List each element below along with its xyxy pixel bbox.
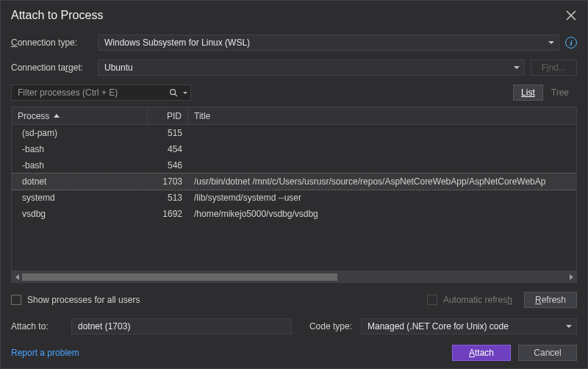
cell-pid: 546 (148, 160, 188, 171)
cell-pid: 513 (148, 193, 188, 203)
cell-process: -bash (12, 160, 148, 171)
connection-type-value: Windows Subsystem for Linux (WSL) (104, 37, 250, 48)
dialog-title: Attach to Process (11, 9, 103, 22)
chevron-down-icon (514, 66, 520, 69)
cell-pid: 515 (148, 128, 188, 138)
chevron-down-icon (548, 41, 554, 44)
cell-pid: 1703 (148, 176, 188, 187)
cell-process: systemd (12, 193, 148, 203)
table-row[interactable]: -bash454 (12, 141, 576, 157)
tree-view-button[interactable]: Tree (543, 85, 577, 101)
connection-target-value: Ubuntu (104, 62, 133, 73)
cell-process: -bash (12, 144, 148, 154)
cancel-button[interactable]: Cancel (518, 345, 577, 361)
attach-to-label: Attach to: (11, 321, 62, 332)
connection-target-dropdown[interactable]: Ubuntu (98, 60, 525, 76)
info-button[interactable]: i (565, 37, 577, 49)
horizontal-scrollbar[interactable] (12, 271, 576, 282)
table-row[interactable]: -bash546 (12, 157, 576, 173)
table-row[interactable]: dotnet1703/usr/bin/dotnet /mnt/c/Users/u… (12, 173, 576, 190)
connection-target-label: Connection target: (11, 62, 92, 73)
search-icon (169, 88, 178, 97)
filter-input[interactable]: Filter processes (Ctrl + E) (11, 85, 191, 101)
info-icon: i (565, 37, 577, 49)
auto-refresh-checkbox (427, 295, 437, 305)
report-problem-link[interactable]: Report a problem (11, 348, 79, 358)
sort-ascending-icon (54, 114, 60, 118)
column-header-pid[interactable]: PID (148, 107, 188, 124)
cell-pid: 454 (148, 144, 188, 154)
cell-pid: 1692 (148, 209, 188, 219)
cell-process: dotnet (12, 176, 148, 187)
scrollbar-thumb[interactable] (22, 273, 337, 281)
list-view-button[interactable]: List (513, 85, 543, 101)
code-type-dropdown[interactable]: Managed (.NET Core for Unix) code (361, 318, 577, 334)
show-all-users-label: Show processes for all users (27, 295, 140, 305)
attach-to-field[interactable]: dotnet (1703) (71, 318, 292, 334)
svg-point-2 (171, 90, 176, 95)
code-type-label: Code type: (301, 321, 352, 332)
close-icon (566, 10, 576, 21)
chevron-down-icon (183, 92, 187, 94)
column-header-process[interactable]: Process (12, 107, 148, 124)
show-all-users-checkbox[interactable] (11, 295, 21, 305)
cell-process: (sd-pam) (12, 128, 148, 138)
close-button[interactable] (562, 7, 580, 24)
svg-line-3 (175, 94, 177, 96)
column-header-title[interactable]: Title (188, 107, 576, 124)
code-type-value: Managed (.NET Core for Unix) code (368, 321, 509, 332)
process-table: Process PID Title (sd-pam)515-bash454-ba… (11, 107, 577, 283)
view-toggle: List Tree (513, 85, 577, 101)
cell-process: vsdbg (12, 209, 148, 219)
auto-refresh-label: Automatic refresh (443, 295, 512, 305)
connection-type-label: Connection type: (11, 37, 92, 48)
find-button: Find... (531, 60, 577, 76)
scroll-right-icon (570, 274, 573, 280)
chevron-down-icon (566, 325, 572, 328)
table-row[interactable]: (sd-pam)515 (12, 125, 576, 141)
cell-title: /usr/bin/dotnet /mnt/c/Users/usrusr/sour… (188, 176, 576, 187)
cell-title: /home/mikejo5000/vsdbg/vsdbg (188, 209, 576, 219)
table-row[interactable]: systemd513/lib/systemd/systemd --user (12, 190, 576, 206)
cell-title: /lib/systemd/systemd --user (188, 193, 576, 203)
refresh-button[interactable]: Refresh (524, 292, 577, 308)
connection-type-dropdown[interactable]: Windows Subsystem for Linux (WSL) (98, 35, 559, 51)
scroll-left-icon (15, 274, 19, 280)
filter-placeholder: Filter processes (Ctrl + E) (18, 87, 118, 98)
table-row[interactable]: vsdbg1692/home/mikejo5000/vsdbg/vsdbg (12, 206, 576, 222)
attach-button[interactable]: Attach (452, 345, 511, 361)
